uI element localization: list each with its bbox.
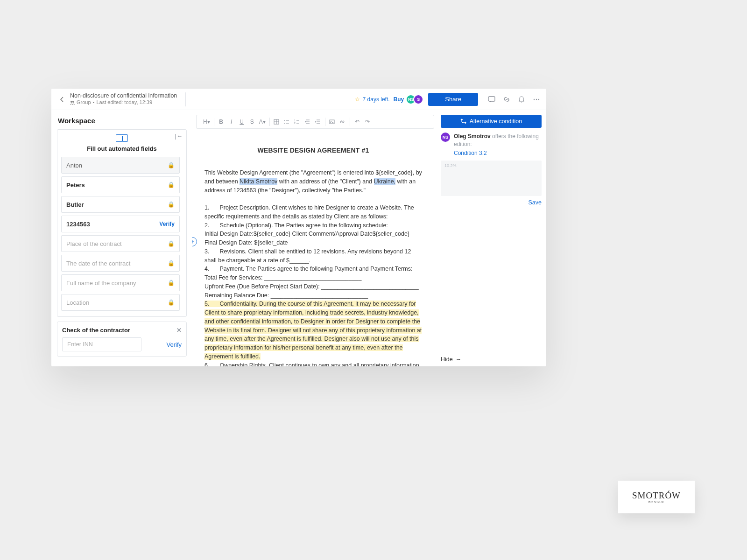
svg-point-8 <box>284 123 285 124</box>
outdent-button[interactable] <box>304 119 311 125</box>
bell-icon[interactable] <box>517 95 526 104</box>
table-button[interactable] <box>274 119 280 125</box>
share-button[interactable]: Share <box>428 93 478 106</box>
lock-icon: 🔒 <box>168 240 175 247</box>
workspace-title: Workspace <box>58 117 187 125</box>
document-body[interactable]: WEBSITE DESIGN AGREEMENT #1 This Website… <box>196 129 434 366</box>
bullet-list-button[interactable] <box>284 119 290 125</box>
comments-icon[interactable] <box>487 95 496 104</box>
lock-icon: 🔒 <box>168 299 175 306</box>
field-company[interactable]: Full name of the company🔒 <box>61 274 180 291</box>
fields-list[interactable]: Anton🔒 Peters🔒 Butler🔒 1234563Verify Pla… <box>61 157 183 311</box>
comment-card: NS Oleg Smotrov offers the following edi… <box>441 133 542 206</box>
check-title: Check of the contractor <box>62 327 130 334</box>
link-icon[interactable] <box>502 95 511 104</box>
lock-icon: 🔒 <box>168 162 175 168</box>
svg-point-7 <box>284 120 285 121</box>
panel-title: Fill out automated fields <box>61 145 183 152</box>
numbered-list-button[interactable]: 12 <box>294 119 301 125</box>
underline-button[interactable]: U <box>239 119 245 125</box>
header-actions <box>487 95 541 104</box>
text-color-button[interactable]: A▾ <box>259 119 266 125</box>
image-button[interactable] <box>329 119 336 125</box>
highlight-country: Ukraine, <box>374 178 396 185</box>
svg-point-0 <box>70 101 72 103</box>
field-last-name-1[interactable]: Peters🔒 <box>61 176 180 193</box>
avatar: NS <box>441 133 450 142</box>
comment-input[interactable]: 10.2% <box>441 161 542 196</box>
heading-dropdown[interactable]: H▾ <box>203 119 210 125</box>
link-button[interactable] <box>339 119 346 125</box>
center-column: H▾ B I U S A▾ 12 <box>192 110 438 366</box>
close-icon[interactable]: ✕ <box>176 327 182 334</box>
hide-sidebar-button[interactable]: Hide → <box>441 352 542 366</box>
right-column: Alternative condition NS Oleg Smotrov of… <box>438 110 546 366</box>
intro-paragraph: This Website Design Agreement (the "Agre… <box>204 168 422 195</box>
back-button[interactable] <box>57 94 67 105</box>
more-icon[interactable] <box>532 95 541 104</box>
check-contractor-panel: Check of the contractor ✕ Enter INN Veri… <box>57 322 187 357</box>
collapse-panel-icon[interactable]: |← <box>175 133 183 140</box>
collaborator-avatars: NS S <box>409 94 423 105</box>
verify-button[interactable]: Verify <box>166 341 182 348</box>
buy-link[interactable]: Buy <box>394 96 404 103</box>
lock-icon: 🔒 <box>168 280 175 286</box>
editor-toolbar: H▾ B I U S A▾ 12 <box>196 115 434 129</box>
header-bar: Non-disclosure of confidential informati… <box>51 89 546 110</box>
divider <box>185 92 186 106</box>
form-icon <box>116 134 128 142</box>
alternative-condition-button[interactable]: Alternative condition <box>441 115 542 128</box>
svg-point-3 <box>534 98 535 99</box>
bold-button[interactable]: B <box>218 119 225 125</box>
highlight-confidentiality: 5. Confidentiality. During the course of… <box>204 301 422 360</box>
doc-title: Non-disclosure of confidential informati… <box>70 92 177 99</box>
italic-button[interactable]: I <box>228 119 235 125</box>
field-number[interactable]: 1234563Verify <box>61 216 180 232</box>
app-body: Workspace |← Fill out automated fields A… <box>51 110 546 366</box>
lock-icon: 🔒 <box>168 182 175 188</box>
field-location[interactable]: Location🔒 <box>61 294 180 311</box>
group-icon <box>70 100 75 105</box>
svg-point-1 <box>72 101 74 103</box>
avatar[interactable]: S <box>413 94 423 105</box>
document-heading: WEBSITE DESIGN AGREEMENT #1 <box>204 146 422 155</box>
comment-text: Oleg Smotrov offers the following editio… <box>454 133 542 157</box>
doc-subline: Group • Last edited: today, 12:39 <box>70 99 177 105</box>
svg-point-5 <box>538 98 539 99</box>
inn-input[interactable]: Enter INN <box>62 337 141 351</box>
svg-point-4 <box>536 98 537 99</box>
field-place[interactable]: Place of the contract🔒 <box>61 235 180 252</box>
condition-link[interactable]: Condition 3.2 <box>454 149 542 157</box>
undo-button[interactable]: ↶ <box>354 119 360 125</box>
field-last-name-2[interactable]: Butler🔒 <box>61 196 180 213</box>
svg-rect-2 <box>488 97 495 101</box>
trial-status: ☆ 7 days left. Buy <box>355 96 404 103</box>
fields-panel: |← Fill out automated fields Anton🔒 Pete… <box>57 129 187 317</box>
strikethrough-button[interactable]: S <box>249 119 255 125</box>
branch-icon <box>460 118 467 125</box>
highlight-name: Nikita Smotrov <box>240 178 277 185</box>
left-column: Workspace |← Fill out automated fields A… <box>51 110 192 366</box>
chevron-left-icon <box>59 97 65 102</box>
save-link[interactable]: Save <box>529 199 542 206</box>
verify-inline-link[interactable]: Verify <box>159 221 175 227</box>
app-window: Non-disclosure of confidential informati… <box>51 89 546 366</box>
lock-icon: 🔒 <box>168 260 175 266</box>
brand-badge: SMOTRÓW DESIGN <box>618 481 695 513</box>
field-first-name[interactable]: Anton🔒 <box>61 157 180 174</box>
arrow-right-icon: → <box>456 356 462 363</box>
star-icon: ☆ <box>355 96 360 103</box>
doc-meta: Non-disclosure of confidential informati… <box>70 92 177 105</box>
field-date[interactable]: The date of the contract🔒 <box>61 255 180 272</box>
svg-text:2: 2 <box>294 122 296 125</box>
redo-button[interactable]: ↷ <box>364 119 371 125</box>
lock-icon: 🔒 <box>168 201 175 208</box>
indent-button[interactable] <box>315 119 321 125</box>
